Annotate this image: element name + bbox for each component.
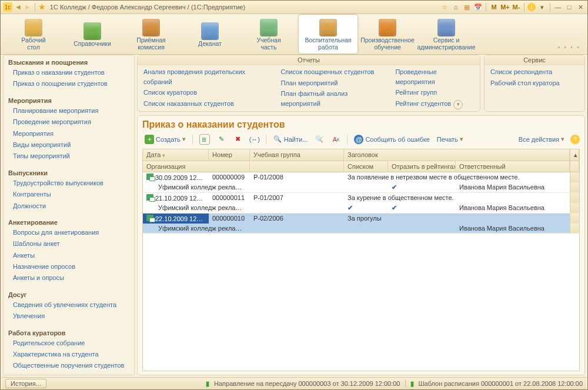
report-link[interactable]: Рейтинг групп [395, 88, 474, 98]
expand-icon[interactable]: ▾ [453, 100, 463, 109]
close-icon[interactable]: ✕ [576, 3, 585, 11]
sidebar-item[interactable]: Анкеты [4, 250, 134, 261]
report-link[interactable]: План фактный анализ мероприятий [280, 89, 383, 108]
edit-button[interactable]: ✎ [215, 134, 229, 145]
fav-icon[interactable]: ☆ [440, 3, 449, 11]
sidebar-item[interactable]: Типы мероприятий [4, 151, 134, 162]
calc-icon[interactable]: ▦ [462, 3, 472, 11]
help-icon[interactable]: ? [570, 135, 580, 144]
clear-find-button[interactable]: 🔍̸ [312, 134, 326, 145]
delete-button[interactable]: ✖ [231, 134, 245, 145]
col-group[interactable]: Учебная группа [250, 149, 344, 161]
report-link[interactable]: Список кураторов [143, 88, 269, 98]
report-link[interactable]: Список наказанных студентов [143, 99, 269, 109]
sidebar-item[interactable]: Назначение опросов [4, 261, 134, 272]
sidebar-item[interactable]: Шаблоны анкет [4, 238, 134, 249]
status-bar: История... ▮ Направление на пересдачу 00… [2, 377, 586, 389]
report-error-button[interactable]: @Сообщить об ошибке [352, 134, 432, 145]
tool-refs[interactable]: Справочники [63, 14, 122, 54]
col-date[interactable]: Дата [143, 149, 209, 161]
copy-button[interactable]: 🗎 [197, 134, 212, 145]
report-link[interactable]: Рейтинг студентов▾ [395, 99, 474, 109]
sidebar-item[interactable]: Виды мероприятий [4, 139, 134, 151]
sidebar-item[interactable]: Мероприятия [4, 128, 134, 139]
all-actions-button[interactable]: Все действия ▾ [516, 135, 567, 144]
sidebar-section: Мероприятия [4, 95, 134, 105]
reports-panel-title: Отчеты [138, 55, 480, 65]
maximize-icon[interactable]: □ [564, 3, 574, 11]
report-link[interactable]: Анализ проведения родительских собраний [143, 67, 269, 86]
col-rating[interactable]: Отразить в рейтингах [388, 161, 456, 172]
title-bar: 1c ◄ ► ★ 1С Колледж / Федоров Александр … [1, 1, 587, 14]
sidebar-item[interactable]: Родительское собрание [4, 338, 134, 349]
info-icon[interactable]: i [527, 3, 536, 11]
sidebar-item[interactable]: Трудоустройство выпускников [4, 178, 134, 189]
filter-button[interactable]: Aк [329, 134, 343, 145]
col-resp[interactable]: Ответственный [456, 161, 570, 172]
documents-grid[interactable]: Дата Номер Учебная группа Заголовок ▴ Ор… [142, 149, 580, 372]
col-org[interactable]: Организация [143, 161, 250, 172]
col-number[interactable]: Номер [209, 149, 250, 161]
tool-education[interactable]: Воспитательнаяработа [298, 14, 358, 54]
sidebar-item[interactable]: Вопросы для анкетирования [4, 227, 134, 238]
dropdown-icon[interactable]: ▾ [537, 3, 547, 11]
home-icon[interactable]: ⌂ [451, 3, 460, 11]
report-link[interactable]: Проведенные мероприятия [395, 67, 474, 86]
app-icon: 1c [3, 2, 12, 12]
main-toolbar: РабочийстолСправочникиПриёмнаякомиссияДе… [1, 14, 587, 55]
minimize-icon[interactable]: — [553, 3, 563, 11]
table-row[interactable]: 22.10.2009 12:0…000000010Р-02/2006За про… [143, 214, 579, 234]
tool-admission[interactable]: Приёмнаякомиссия [122, 14, 181, 54]
service-link[interactable]: Список респондента [490, 67, 560, 77]
tool-studies[interactable]: Учебнаячасть [239, 14, 298, 54]
report-link[interactable]: Список поощренных студентов [280, 67, 383, 77]
table-row[interactable]: 30.09.2009 12:0…000000009Р-01/2008За поя… [143, 172, 579, 193]
sidebar-item[interactable]: Приказ о наказании студентов [4, 67, 134, 78]
report-link[interactable]: План мероприятий [280, 78, 383, 88]
status-msg-1: Направление на пересдачу 000000003 от 30… [214, 380, 400, 387]
create-button[interactable]: ＋Создать ▾ [142, 134, 188, 145]
sidebar-item[interactable]: Сведения об увлечениях студента [4, 299, 134, 311]
sidebar: Взыскания и поощренияПриказ о наказании … [3, 55, 135, 375]
sidebar-item[interactable]: Анкеты и опросы [4, 272, 134, 284]
history-button[interactable]: История... [5, 379, 46, 388]
tool-dean[interactable]: Деканат [181, 14, 239, 54]
calendar-icon[interactable]: 📅 [473, 3, 483, 11]
col-header[interactable]: Заголовок [344, 149, 570, 161]
sidebar-item[interactable]: Приказ о поощрении студентов [4, 78, 134, 89]
sidebar-section: Работа кураторов [4, 327, 134, 338]
window-title: 1С Колледж / Федоров Александр Сергеевич… [50, 4, 245, 11]
status-flag2-icon: ▮ [410, 380, 414, 388]
sidebar-item[interactable]: Общественные поручения студентов [4, 360, 134, 371]
tool-service[interactable]: Сервис иадминистрирование [417, 14, 476, 54]
m-plus-button[interactable]: M+ [500, 3, 510, 11]
tool-desktop[interactable]: Рабочийстол [4, 14, 63, 54]
tool-prod[interactable]: Производственноеобучение [358, 14, 417, 54]
swap-button[interactable]: (↔) [248, 134, 262, 145]
nav-fwd-icon[interactable]: ► [24, 3, 31, 11]
sidebar-item[interactable]: Проведение мероприятия [4, 116, 134, 128]
sidebar-section: Взыскания и поощрения [4, 56, 134, 67]
sidebar-item[interactable]: Общественные поручения [4, 372, 134, 375]
nav-back-icon[interactable]: ◄ [15, 3, 22, 11]
col-scroll-up-icon[interactable]: ▴ [570, 149, 579, 161]
reports-panel: Отчеты Анализ проведения родительских со… [137, 55, 480, 112]
service-panel-title: Сервис [485, 55, 584, 65]
print-button[interactable]: Печать ▾ [435, 135, 466, 144]
sidebar-item[interactable]: Должности [4, 201, 134, 212]
m-button[interactable]: M [489, 3, 499, 11]
col-list[interactable]: Списком [344, 161, 388, 172]
service-link[interactable]: Рабочий стол куратора [490, 78, 560, 88]
status-flag1-icon: ▮ [206, 380, 209, 388]
sidebar-item[interactable]: Контрагенты [4, 189, 134, 200]
service-panel: Сервис Список респондентаРабочий стол ку… [484, 55, 585, 112]
sidebar-item[interactable]: Увлечения [4, 311, 134, 322]
table-row[interactable]: 21.10.2009 12:0…000000011Р-01/2007За кур… [143, 193, 579, 214]
sidebar-item[interactable]: Характеристика на студента [4, 349, 134, 360]
find-button[interactable]: 🔍Найти... [270, 134, 310, 145]
sidebar-section: Выпускники [4, 167, 134, 178]
toolbar-more-icon[interactable]: • • • • [554, 40, 584, 54]
m-minus-button[interactable]: M- [512, 3, 521, 11]
star-icon[interactable]: ★ [39, 3, 45, 11]
sidebar-item[interactable]: Планирование мероприятия [4, 105, 134, 116]
